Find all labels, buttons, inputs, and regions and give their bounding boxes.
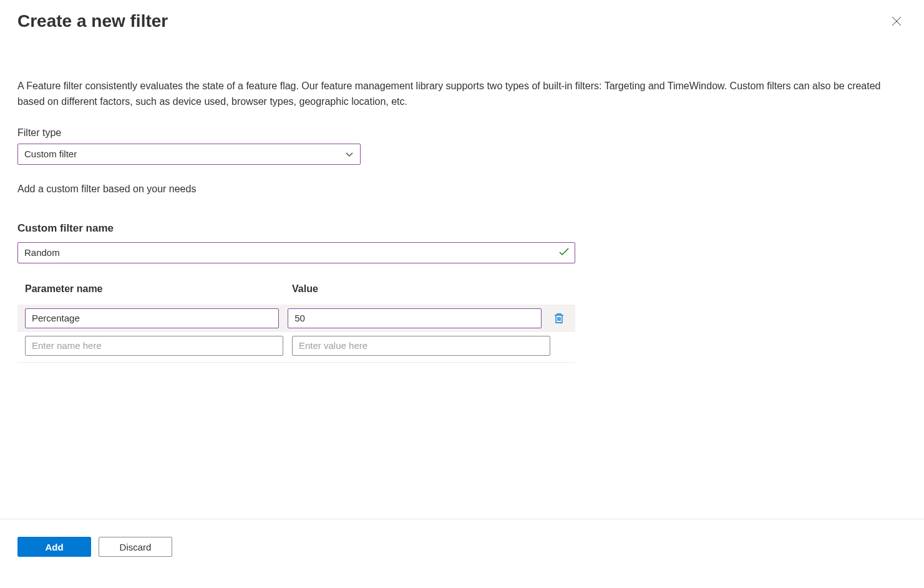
param-row xyxy=(17,305,575,332)
param-value-input-empty[interactable] xyxy=(292,336,550,356)
trash-icon xyxy=(554,313,564,324)
discard-button[interactable]: Discard xyxy=(99,537,172,557)
param-row-empty xyxy=(17,332,575,360)
divider xyxy=(17,362,575,363)
custom-filter-name-label: Custom filter name xyxy=(17,222,907,235)
custom-filter-name-input[interactable] xyxy=(17,242,575,263)
chevron-down-icon xyxy=(345,149,354,159)
add-button[interactable]: Add xyxy=(17,537,91,557)
param-name-header: Parameter name xyxy=(25,283,292,295)
param-value-input[interactable] xyxy=(288,308,542,328)
delete-param-button[interactable] xyxy=(550,310,568,327)
panel-title: Create a new filter xyxy=(17,11,168,31)
filter-type-label: Filter type xyxy=(17,127,907,139)
checkmark-icon xyxy=(559,247,569,258)
helper-text: Add a custom filter based on your needs xyxy=(17,184,907,195)
filter-type-value: Custom filter xyxy=(24,149,77,159)
close-icon xyxy=(892,16,902,26)
close-button[interactable] xyxy=(887,11,907,31)
param-value-header: Value xyxy=(292,283,559,295)
description-text: A Feature filter consistently evaluates … xyxy=(17,79,907,110)
filter-type-select[interactable]: Custom filter xyxy=(17,144,361,165)
param-name-input[interactable] xyxy=(25,308,279,328)
param-name-input-empty[interactable] xyxy=(25,336,283,356)
